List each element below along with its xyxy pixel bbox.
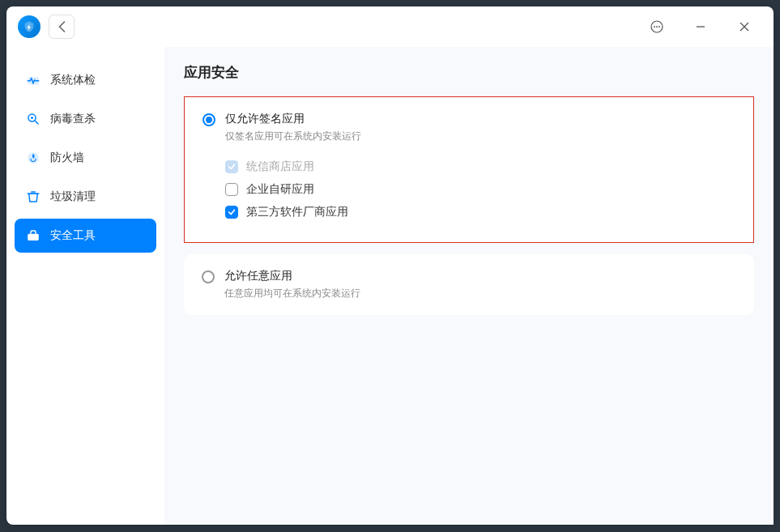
sidebar: 系统体检 病毒查杀 防火墙 垃圾清理 — [6, 47, 164, 525]
sidebar-item-system-check[interactable]: 系统体检 — [15, 63, 156, 97]
sidebar-item-virus-scan[interactable]: 病毒查杀 — [15, 102, 156, 136]
svg-point-9 — [31, 117, 33, 119]
checkbox[interactable] — [225, 183, 238, 196]
minimize-button[interactable] — [683, 11, 718, 43]
radio-button[interactable] — [202, 270, 215, 283]
radio-title: 仅允许签名应用 — [225, 112, 361, 126]
checkbox-label: 第三方软件厂商应用 — [246, 205, 348, 219]
checkbox-row-thirdparty-app[interactable]: 第三方软件厂商应用 — [225, 205, 735, 219]
content-area: 系统体检 病毒查杀 防火墙 垃圾清理 — [6, 47, 774, 525]
titlebar — [6, 6, 774, 47]
menu-button[interactable] — [639, 11, 675, 43]
sidebar-item-security-tools[interactable]: 安全工具 — [15, 219, 156, 253]
app-logo-icon — [18, 15, 40, 38]
firewall-icon — [26, 151, 40, 165]
sidebar-item-label: 病毒查杀 — [50, 112, 96, 126]
checkbox[interactable] — [225, 206, 238, 219]
option-card-signed-only: 仅允许签名应用 仅签名应用可在系统内安装运行 统信商店应用 企业自研应用 — [184, 96, 754, 243]
checkbox-label: 统信商店应用 — [246, 160, 314, 174]
sidebar-item-firewall[interactable]: 防火墙 — [15, 141, 156, 175]
checkbox-row-enterprise-app[interactable]: 企业自研应用 — [225, 182, 735, 197]
sidebar-item-label: 防火墙 — [50, 151, 84, 165]
radio-option-signed-only[interactable]: 仅允许签名应用 仅签名应用可在系统内安装运行 — [202, 112, 735, 143]
toolbox-icon — [26, 228, 40, 243]
back-button[interactable] — [49, 15, 75, 39]
radio-button[interactable] — [202, 113, 215, 126]
checkbox-row-store-app: 统信商店应用 — [225, 160, 735, 174]
close-button[interactable] — [727, 11, 762, 43]
checkbox-group: 统信商店应用 企业自研应用 第三方软件厂商应用 — [225, 160, 735, 219]
svg-point-2 — [656, 26, 658, 28]
page-title: 应用安全 — [184, 63, 754, 82]
sidebar-item-trash-clean[interactable]: 垃圾清理 — [15, 180, 156, 214]
radio-description: 任意应用均可在系统内安装运行 — [224, 287, 360, 300]
heartbeat-icon — [26, 73, 40, 87]
checkbox-label: 企业自研应用 — [246, 182, 314, 197]
scan-icon — [26, 112, 40, 126]
radio-description: 仅签名应用可在系统内安装运行 — [225, 130, 361, 143]
main-panel: 应用安全 仅允许签名应用 仅签名应用可在系统内安装运行 统信商店应用 — [164, 47, 774, 525]
sidebar-item-label: 垃圾清理 — [50, 189, 96, 204]
svg-point-1 — [654, 26, 655, 28]
radio-option-any-app[interactable]: 允许任意应用 任意应用均可在系统内安装运行 — [202, 269, 736, 300]
app-window: 系统体检 病毒查杀 防火墙 垃圾清理 — [6, 6, 774, 525]
sidebar-item-label: 安全工具 — [50, 228, 96, 243]
radio-title: 允许任意应用 — [224, 269, 360, 283]
option-card-any-app: 允许任意应用 任意应用均可在系统内安装运行 — [184, 254, 754, 315]
svg-point-12 — [35, 236, 39, 240]
svg-point-3 — [659, 26, 660, 28]
sidebar-item-label: 系统体检 — [50, 73, 96, 87]
trash-icon — [26, 189, 40, 204]
checkbox — [225, 160, 238, 173]
